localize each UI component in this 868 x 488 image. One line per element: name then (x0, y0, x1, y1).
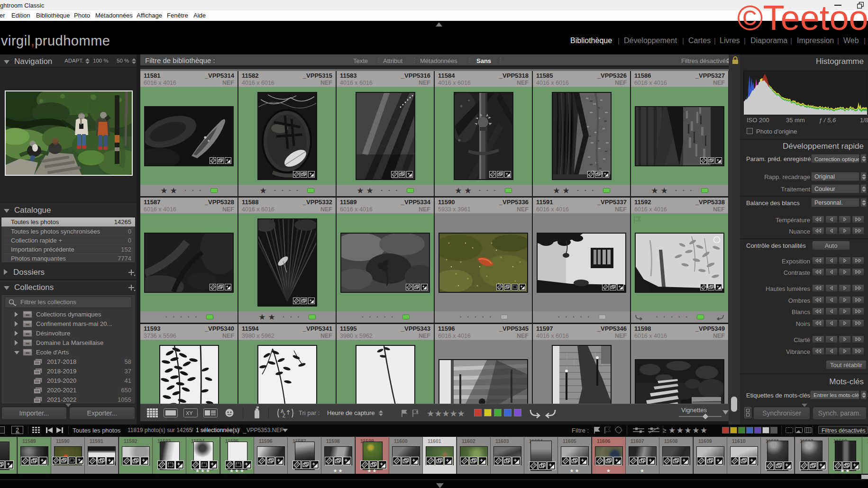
svg-text:Z: Z (283, 413, 285, 418)
svg-text:XY: XY (186, 410, 193, 416)
